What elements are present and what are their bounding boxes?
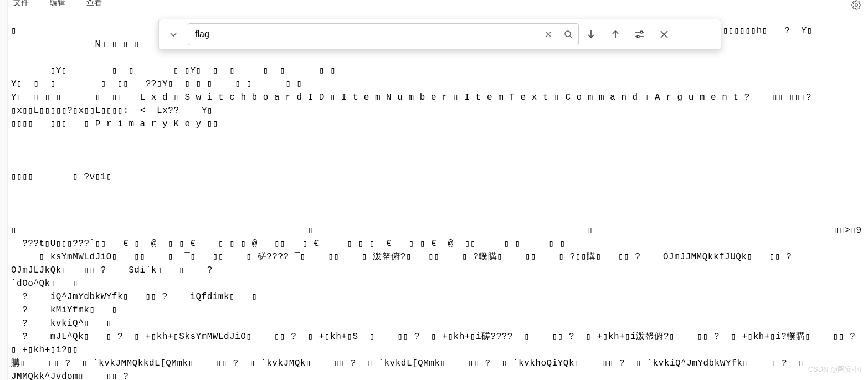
text-line: Y▯ ▯ ▯ ▯ ▯ ▯▯ L x d ▯ S w i t c h b o a … bbox=[11, 93, 811, 116]
find-close-button[interactable] bbox=[652, 22, 676, 47]
text-line: `dOo^Qk▯ ▯ bbox=[11, 279, 78, 289]
watermark: CSDN @网安小t bbox=[808, 364, 861, 374]
find-input[interactable] bbox=[188, 29, 538, 39]
text-line: ? mJL^Qk▯ ▯ ? ▯ +▯kh+▯SksYmMWLdJiO▯ ▯▯ ?… bbox=[11, 332, 867, 355]
app-window: 文件 编辑 查看 ▯ ▯▯▯▯▯▯▯▯▯▯▯▯▯▯▯▯▯▯▯▯▯▯▯▯▯▯▯▯▯… bbox=[0, 0, 868, 380]
text-line: ▯▯▯▯ ▯▯▯ ▯ P r i m a r y K e y ▯▯ bbox=[11, 119, 218, 129]
svg-point-0 bbox=[855, 4, 858, 7]
find-options-button[interactable] bbox=[628, 22, 652, 47]
svg-point-8 bbox=[640, 31, 643, 33]
text-line: ▯▯▯▯ ▯ ?v▯1▯ bbox=[11, 172, 112, 182]
find-search-button[interactable] bbox=[558, 24, 578, 44]
text-line: ▯ ▯ ▯ ▯▯>▯9 bbox=[11, 225, 862, 235]
text-line: ? iQ^JmYdbkWYfk▯ ▯▯ ? iQfdimk▯ ▯ bbox=[11, 292, 258, 302]
text-line: ▯ ksYmMWLdJiO▯ ▯▯ ▯ _‾▯ ▯▯ ▯ 磋????_‾▯ ▯▯… bbox=[11, 252, 814, 275]
left-gutter bbox=[0, 0, 8, 380]
svg-line-4 bbox=[570, 36, 572, 38]
find-expand-toggle[interactable] bbox=[162, 23, 184, 45]
text-line: ▯Y▯ ▯ ▯ ▯ ▯Y▯ ▯ ▯ ▯ ▯ ▯ ▯ bbox=[11, 66, 336, 76]
text-line: 購▯ ▯▯ ? ▯ `kvkJMMQkkdL[QMmk▯ ▯▯ ? ▯ `kvk… bbox=[11, 358, 810, 380]
text-line: ? kMiYfmk▯ ▯ bbox=[11, 305, 117, 315]
menu-file[interactable]: 文件 bbox=[11, 0, 31, 9]
svg-point-3 bbox=[565, 31, 571, 37]
text-content[interactable]: ▯ ▯▯▯▯▯▯▯▯▯▯▯▯▯▯▯▯▯▯▯▯▯▯▯▯▯▯▯▯▯▯▯▯▯▯▯▯▯▯… bbox=[11, 11, 862, 380]
find-bar bbox=[158, 19, 721, 50]
text-line: ???t▯U▯▯▯???`▯▯ € ▯ @ ▯ ▯ € ▯ ▯ ▯ @ ▯▯ ▯… bbox=[11, 239, 566, 249]
menu-bar: 文件 编辑 查看 bbox=[11, 0, 104, 9]
menu-edit[interactable]: 编辑 bbox=[48, 0, 68, 9]
find-next-button[interactable] bbox=[579, 22, 603, 47]
svg-point-10 bbox=[637, 35, 639, 38]
text-line: N▯ ▯ ▯ ▯ : bbox=[11, 39, 162, 49]
find-prev-button[interactable] bbox=[603, 22, 628, 47]
menu-view[interactable]: 查看 bbox=[84, 0, 104, 9]
find-clear-button[interactable] bbox=[538, 24, 558, 44]
gear-icon[interactable] bbox=[851, 0, 861, 10]
find-input-wrap bbox=[188, 23, 579, 45]
text-line: ? kvkiQ^▯ ▯ bbox=[11, 319, 112, 328]
text-line: Y▯ ▯ ▯ ▯ ▯▯ ??▯Y▯ ▯ ▯ ▯ ▯ ▯ ▯ ▯ bbox=[11, 79, 302, 89]
